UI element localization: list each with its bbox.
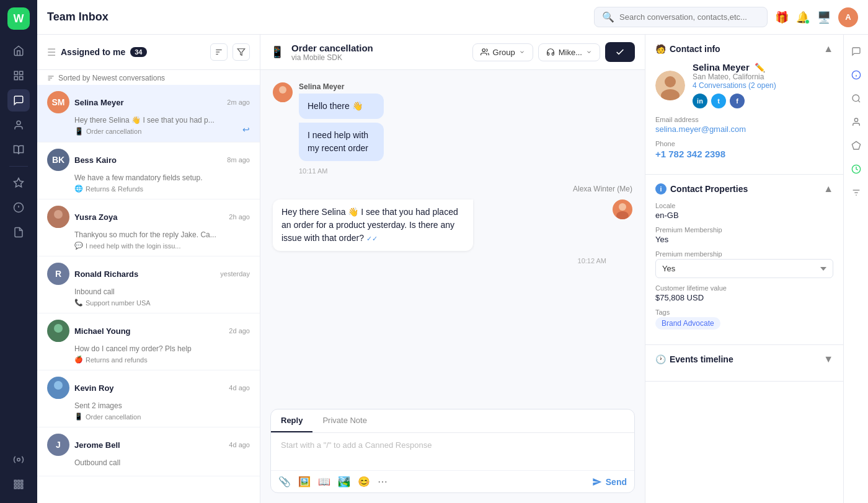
- send-button[interactable]: Send: [592, 477, 627, 487]
- list-item[interactable]: R Ronald Richards yesterday Inbound call…: [37, 256, 260, 313]
- far-nav-info[interactable]: [847, 66, 866, 84]
- list-item[interactable]: Yusra Zoya 2h ago Thankyou so much for t…: [37, 199, 260, 256]
- svg-point-35: [665, 76, 676, 87]
- far-nav-contact[interactable]: [847, 113, 866, 131]
- image-icon[interactable]: 🖼️: [298, 476, 311, 488]
- properties-title: i Contact Properties: [655, 183, 748, 195]
- filter-button[interactable]: [232, 43, 250, 61]
- page-title: Team Inbox: [47, 11, 587, 24]
- group-button[interactable]: Group: [472, 43, 533, 61]
- channel-icon: 🌐: [74, 185, 83, 193]
- notification-icon[interactable]: 🔔: [796, 11, 810, 24]
- events-header: 🕐 Events timeline ▼: [655, 354, 833, 365]
- brand-advocate-tag[interactable]: Brand Advocate: [655, 317, 720, 330]
- sidebar-item-reports[interactable]: [7, 221, 30, 243]
- contact-info-section: 🧑 Contact info ▲ Selina Meyer ✏️ San Mat…: [645, 35, 843, 175]
- svg-rect-12: [21, 480, 23, 482]
- contact-location: San Mateo, California: [693, 72, 776, 81]
- premium-membership-select[interactable]: Yes No: [655, 259, 833, 278]
- far-nav-search[interactable]: [847, 89, 866, 108]
- svg-rect-1: [20, 71, 23, 74]
- sidebar-item-home[interactable]: [7, 40, 30, 62]
- tab-reply[interactable]: Reply: [271, 409, 312, 432]
- message-bubble: Hello there 👋: [299, 94, 384, 119]
- collapse-icon[interactable]: ▲: [823, 43, 833, 55]
- sidebar-item-campaigns[interactable]: [7, 172, 30, 194]
- svg-rect-0: [14, 71, 17, 74]
- apps-icon[interactable]: [7, 473, 30, 496]
- contact-name: Selina Meyer: [693, 62, 750, 72]
- emoji-icon[interactable]: 😊: [358, 476, 370, 488]
- tab-private-note[interactable]: Private Note: [312, 409, 377, 432]
- far-nav-conversations[interactable]: [847, 42, 866, 61]
- svg-rect-10: [14, 480, 16, 482]
- reply-icon: ↩: [242, 125, 250, 134]
- agent-avatar: [613, 199, 632, 219]
- sort-button[interactable]: [210, 43, 228, 61]
- facebook-icon[interactable]: f: [730, 94, 745, 108]
- premium-membership-row: Premium Membership Yes: [655, 226, 833, 244]
- channel-icon: 💬: [74, 242, 83, 250]
- list-item[interactable]: Michael Young 2d ago How do I cancel my …: [37, 313, 260, 370]
- picture-icon[interactable]: 🏞️: [338, 476, 350, 488]
- hamburger-icon[interactable]: ☰: [47, 46, 56, 58]
- message-group-outgoing: Alexa Winter (Me) Hey there Selina 👋 I s…: [273, 185, 632, 265]
- contact-conversations-link[interactable]: 4 Conversations (2 open): [693, 81, 776, 90]
- expand-events-icon[interactable]: ▼: [823, 354, 833, 365]
- phone-row: Phone +1 782 342 2398: [655, 140, 833, 159]
- attachment-icon[interactable]: 📎: [278, 476, 291, 488]
- twitter-icon[interactable]: t: [711, 94, 726, 108]
- contact-info-header: 🧑 Contact info ▲: [655, 43, 833, 55]
- sidebar-item-knowledge[interactable]: [7, 139, 30, 161]
- contact-phone[interactable]: +1 782 342 2398: [655, 149, 833, 159]
- svg-point-26: [51, 333, 66, 342]
- reply-input[interactable]: Start with a "/" to add a Canned Respons…: [271, 433, 634, 470]
- left-nav: W: [0, 0, 37, 503]
- svg-marker-5: [14, 178, 24, 187]
- premium-membership-select-row: Premium membership Yes No: [655, 250, 833, 278]
- gift-icon[interactable]: 🎁: [775, 11, 789, 24]
- svg-line-41: [858, 100, 860, 102]
- screen-icon[interactable]: 🖥️: [817, 11, 831, 24]
- search-bar[interactable]: 🔍: [594, 7, 768, 27]
- sidebar-item-billing[interactable]: [7, 196, 30, 219]
- conv-preview: Hey there Selina 👋 I see that you had p.…: [47, 116, 250, 125]
- list-item[interactable]: J Jerome Bell 4d ago Outbound call: [37, 427, 260, 476]
- agent-button[interactable]: Mike...: [538, 43, 600, 61]
- avatar: J: [47, 434, 69, 456]
- svg-rect-3: [20, 77, 23, 80]
- contact-details: Selina Meyer ✏️ San Mateo, California 4 …: [693, 62, 776, 108]
- svg-point-28: [51, 390, 66, 399]
- more-icon[interactable]: ⋯: [378, 476, 388, 488]
- channel-icon: 📱: [74, 127, 84, 136]
- user-avatar[interactable]: A: [838, 7, 858, 27]
- sidebar-item-settings[interactable]: [7, 448, 30, 471]
- search-input[interactable]: [619, 12, 760, 22]
- sidebar-item-dashboard[interactable]: [7, 64, 30, 87]
- linkedin-icon[interactable]: in: [693, 94, 707, 108]
- list-item[interactable]: Kevin Roy 4d ago Sent 2 images 📱 Order c…: [37, 370, 260, 427]
- far-nav-filter[interactable]: [847, 183, 866, 202]
- contact-email[interactable]: selina.meyer@gmail.com: [655, 125, 833, 134]
- far-nav-diamond[interactable]: [847, 136, 866, 155]
- events-icon: 🕐: [655, 354, 666, 364]
- phone-label: Phone: [655, 140, 833, 147]
- locale-row: Locale en-GB: [655, 202, 833, 220]
- article-icon[interactable]: 📖: [318, 476, 330, 488]
- svg-point-24: [51, 219, 66, 228]
- group-label: Group: [493, 48, 515, 57]
- social-icons: in t f: [693, 94, 776, 108]
- svg-point-31: [277, 94, 289, 102]
- list-item[interactable]: SM Selina Meyer 2m ago Hey there Selina …: [37, 85, 260, 142]
- resolve-button[interactable]: [605, 42, 635, 62]
- conversation-list: SM Selina Meyer 2m ago Hey there Selina …: [37, 85, 260, 503]
- list-item[interactable]: BK Bess Kairo 8m ago We have a few manda…: [37, 142, 260, 199]
- conv-channel: 📱 Order cancellation: [47, 127, 250, 136]
- collapse-properties-icon[interactable]: ▲: [823, 183, 833, 195]
- sidebar-item-contacts[interactable]: [7, 114, 30, 136]
- edit-contact-button[interactable]: ✏️: [755, 63, 765, 72]
- conv-meta: Ronald Richards yesterday: [74, 269, 250, 279]
- far-nav-green[interactable]: [847, 160, 866, 178]
- sidebar-item-conversations[interactable]: [7, 89, 30, 112]
- message-row: Selina Meyer Hello there 👋 I need help w…: [273, 82, 632, 161]
